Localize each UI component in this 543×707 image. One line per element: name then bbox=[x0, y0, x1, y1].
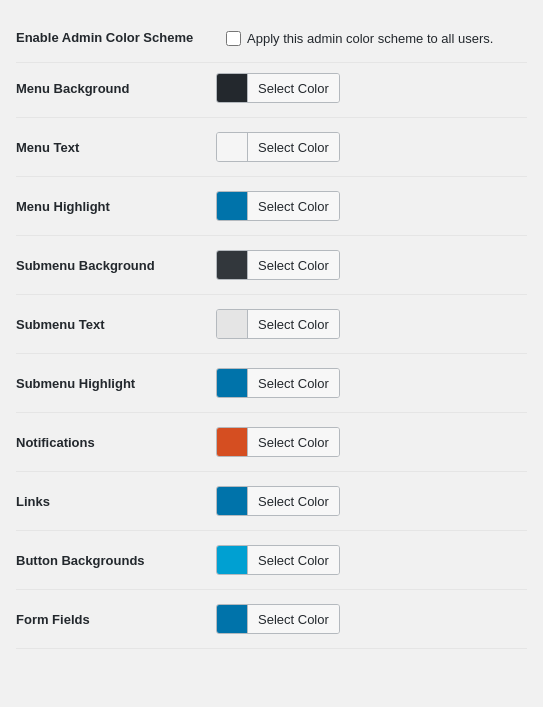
select-color-button-5[interactable]: Select Color bbox=[247, 369, 339, 398]
color-row-8: Button BackgroundsSelect Color bbox=[16, 531, 527, 590]
color-row-control-1: Select Color bbox=[216, 132, 527, 162]
color-row-control-0: Select Color bbox=[216, 73, 527, 103]
color-swatch-3[interactable] bbox=[217, 251, 247, 280]
color-swatch-wrapper-6: Select Color bbox=[216, 427, 340, 457]
color-swatch-4[interactable] bbox=[217, 310, 247, 339]
color-swatch-wrapper-2: Select Color bbox=[216, 191, 340, 221]
enable-admin-color-scheme-label: Enable Admin Color Scheme bbox=[16, 30, 216, 45]
color-row-label-0: Menu Background bbox=[16, 81, 216, 96]
enable-admin-color-scheme-control: Apply this admin color scheme to all use… bbox=[226, 30, 527, 48]
color-swatch-wrapper-0: Select Color bbox=[216, 73, 340, 103]
color-row-label-3: Submenu Background bbox=[16, 258, 216, 273]
color-row-control-2: Select Color bbox=[216, 191, 527, 221]
color-swatch-8[interactable] bbox=[217, 546, 247, 575]
select-color-button-1[interactable]: Select Color bbox=[247, 133, 339, 162]
select-color-button-6[interactable]: Select Color bbox=[247, 428, 339, 457]
color-row-label-4: Submenu Text bbox=[16, 317, 216, 332]
color-row-control-9: Select Color bbox=[216, 604, 527, 634]
color-row-5: Submenu HighlightSelect Color bbox=[16, 354, 527, 413]
color-row-1: Menu TextSelect Color bbox=[16, 118, 527, 177]
color-swatch-wrapper-7: Select Color bbox=[216, 486, 340, 516]
color-swatch-1[interactable] bbox=[217, 133, 247, 162]
color-row-label-7: Links bbox=[16, 494, 216, 509]
color-row-0: Menu BackgroundSelect Color bbox=[16, 63, 527, 118]
color-row-label-2: Menu Highlight bbox=[16, 199, 216, 214]
color-swatch-5[interactable] bbox=[217, 369, 247, 398]
color-row-control-8: Select Color bbox=[216, 545, 527, 575]
color-row-4: Submenu TextSelect Color bbox=[16, 295, 527, 354]
color-swatch-wrapper-8: Select Color bbox=[216, 545, 340, 575]
select-color-button-2[interactable]: Select Color bbox=[247, 192, 339, 221]
color-swatch-9[interactable] bbox=[217, 605, 247, 634]
color-row-9: Form FieldsSelect Color bbox=[16, 590, 527, 649]
color-swatch-wrapper-3: Select Color bbox=[216, 250, 340, 280]
color-row-7: LinksSelect Color bbox=[16, 472, 527, 531]
color-row-label-6: Notifications bbox=[16, 435, 216, 450]
select-color-button-7[interactable]: Select Color bbox=[247, 487, 339, 516]
enable-apply-text: Apply this admin color scheme to all use… bbox=[247, 30, 493, 48]
enable-admin-color-scheme-row: Enable Admin Color Scheme Apply this adm… bbox=[16, 20, 527, 63]
select-color-button-9[interactable]: Select Color bbox=[247, 605, 339, 634]
color-swatch-wrapper-1: Select Color bbox=[216, 132, 340, 162]
color-row-control-4: Select Color bbox=[216, 309, 527, 339]
color-swatch-wrapper-4: Select Color bbox=[216, 309, 340, 339]
color-swatch-wrapper-5: Select Color bbox=[216, 368, 340, 398]
color-swatch-2[interactable] bbox=[217, 192, 247, 221]
color-row-control-6: Select Color bbox=[216, 427, 527, 457]
enable-admin-color-scheme-checkbox[interactable] bbox=[226, 31, 241, 46]
color-swatch-7[interactable] bbox=[217, 487, 247, 516]
select-color-button-3[interactable]: Select Color bbox=[247, 251, 339, 280]
color-row-2: Menu HighlightSelect Color bbox=[16, 177, 527, 236]
color-row-label-5: Submenu Highlight bbox=[16, 376, 216, 391]
select-color-button-8[interactable]: Select Color bbox=[247, 546, 339, 575]
select-color-button-4[interactable]: Select Color bbox=[247, 310, 339, 339]
color-row-label-1: Menu Text bbox=[16, 140, 216, 155]
color-row-control-3: Select Color bbox=[216, 250, 527, 280]
color-row-control-5: Select Color bbox=[216, 368, 527, 398]
color-row-control-7: Select Color bbox=[216, 486, 527, 516]
color-swatch-0[interactable] bbox=[217, 74, 247, 103]
color-row-6: NotificationsSelect Color bbox=[16, 413, 527, 472]
color-swatch-wrapper-9: Select Color bbox=[216, 604, 340, 634]
color-row-label-8: Button Backgrounds bbox=[16, 553, 216, 568]
color-row-3: Submenu BackgroundSelect Color bbox=[16, 236, 527, 295]
color-row-label-9: Form Fields bbox=[16, 612, 216, 627]
select-color-button-0[interactable]: Select Color bbox=[247, 74, 339, 103]
color-swatch-6[interactable] bbox=[217, 428, 247, 457]
